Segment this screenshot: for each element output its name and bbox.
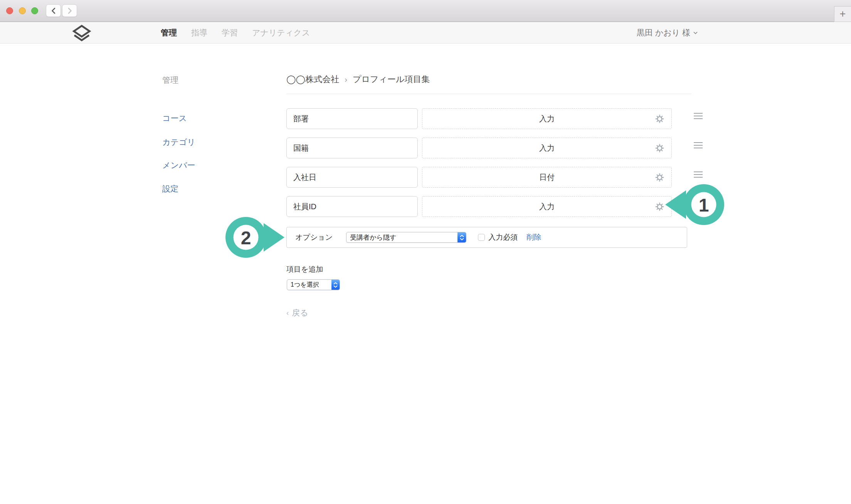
chevron-right-icon xyxy=(67,7,72,14)
callout-badge-1: 1 xyxy=(664,183,726,227)
user-menu[interactable]: 黒田 かおり 様 xyxy=(637,22,698,44)
field-settings-gear-icon[interactable] xyxy=(655,114,664,123)
required-checkbox[interactable] xyxy=(478,234,485,241)
field-settings-gear-icon[interactable] xyxy=(655,202,664,211)
field-settings-gear-icon[interactable] xyxy=(655,144,664,153)
field-type-box: 入力 xyxy=(422,108,672,129)
field-type-label: 入力 xyxy=(539,114,555,124)
back-link[interactable]: ‹ 戻る xyxy=(286,307,308,318)
field-name-input[interactable] xyxy=(286,196,418,217)
field-type-box: 入力 xyxy=(422,196,672,217)
breadcrumb-page-title: プロフィール項目集 xyxy=(353,74,430,85)
select-stepper-icon xyxy=(331,280,340,290)
breadcrumb-divider xyxy=(286,94,691,94)
field-type-box: 入力 xyxy=(422,138,672,158)
browser-back-button[interactable] xyxy=(46,4,61,17)
breadcrumb-company[interactable]: ◯◯株式会社 xyxy=(286,74,339,85)
sidebar-item-categories[interactable]: カテゴリ xyxy=(162,137,195,148)
add-field-label: 項目を追加 xyxy=(286,264,323,274)
user-name: 黒田 かおり 様 xyxy=(637,27,690,38)
layers-icon xyxy=(72,25,92,42)
window-zoom-button[interactable] xyxy=(31,7,38,14)
nav-tab-analytics[interactable]: アナリティクス xyxy=(252,27,310,38)
field-type-label: 入力 xyxy=(539,143,555,153)
callout-badge-2: 2 xyxy=(224,215,286,259)
sidebar-section-title: 管理 xyxy=(162,75,178,86)
select-value: 1つを選択 xyxy=(287,281,319,289)
field-options-row: オプション 受講者から隠す 入力必須 削除 xyxy=(286,227,687,248)
required-label: 入力必須 xyxy=(488,232,518,242)
field-type-box: 日付 xyxy=(422,167,672,188)
select-stepper-icon xyxy=(457,232,466,242)
nav-tab-coaching[interactable]: 指導 xyxy=(191,27,207,38)
back-link-label: 戻る xyxy=(292,307,308,318)
field-name-input[interactable] xyxy=(286,167,418,188)
delete-field-link[interactable]: 削除 xyxy=(526,232,541,242)
field-type-label: 入力 xyxy=(539,202,555,212)
select-value: 受講者から隠す xyxy=(346,233,396,242)
app-logo[interactable] xyxy=(72,25,92,43)
nav-tab-learning[interactable]: 学習 xyxy=(222,27,238,38)
option-visibility-select[interactable]: 受講者から隠す xyxy=(346,232,466,243)
breadcrumb-separator-icon: › xyxy=(345,75,347,84)
window-close-button[interactable] xyxy=(6,7,13,14)
window-titlebar: + xyxy=(0,0,851,22)
add-field-select[interactable]: 1つを選択 xyxy=(287,279,340,290)
drag-handle[interactable] xyxy=(694,113,703,119)
nav-tab-admin[interactable]: 管理 xyxy=(161,27,177,38)
window-minimize-button[interactable] xyxy=(19,7,26,14)
drag-handle[interactable] xyxy=(694,171,703,178)
breadcrumb: ◯◯株式会社 › プロフィール項目集 xyxy=(286,74,430,85)
field-type-label: 日付 xyxy=(539,172,555,183)
sidebar-item-members[interactable]: メンバー xyxy=(162,160,195,171)
field-name-input[interactable] xyxy=(286,138,418,158)
plus-icon: + xyxy=(840,8,846,20)
options-label: オプション xyxy=(295,232,333,242)
new-tab-button[interactable]: + xyxy=(834,6,851,22)
drag-handle[interactable] xyxy=(694,142,703,148)
field-name-input[interactable] xyxy=(286,108,418,129)
chevron-left-icon: ‹ xyxy=(286,309,289,317)
chevron-down-icon xyxy=(693,31,698,35)
browser-forward-button[interactable] xyxy=(62,4,77,17)
sidebar-item-courses[interactable]: コース xyxy=(162,113,187,124)
chevron-left-icon xyxy=(51,7,56,14)
sidebar-item-settings[interactable]: 設定 xyxy=(162,183,178,194)
callout-number: 2 xyxy=(241,228,251,248)
page: + 管理 指導 学習 アナリティクス ? 黒田 かおり 様 xyxy=(0,0,851,504)
app-header: 管理 指導 学習 アナリティクス ? 黒田 かおり 様 xyxy=(0,22,851,44)
callout-number: 1 xyxy=(699,195,709,215)
field-settings-gear-icon[interactable] xyxy=(655,173,664,182)
main-nav: 管理 指導 学習 アナリティクス xyxy=(161,22,310,44)
